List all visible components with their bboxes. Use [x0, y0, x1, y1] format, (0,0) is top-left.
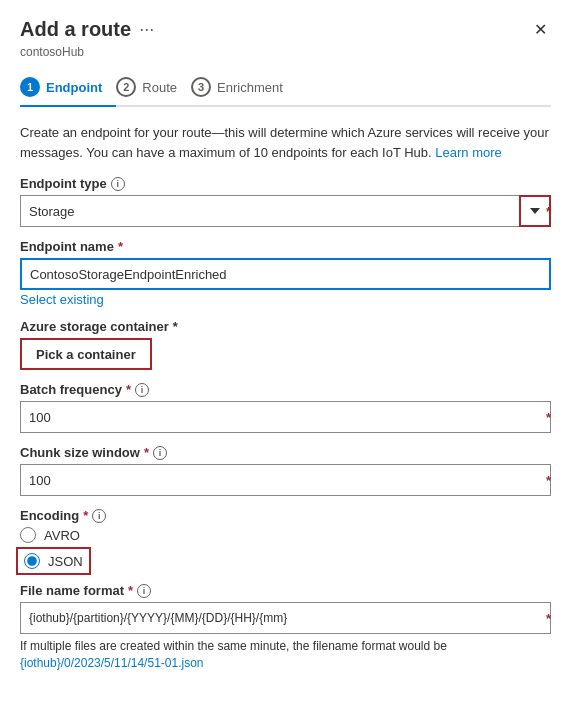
encoding-json-label: JSON [48, 554, 83, 569]
azure-storage-container-group: Azure storage container * Pick a contain… [20, 319, 551, 370]
endpoint-name-input[interactable] [20, 258, 551, 290]
more-options-icon[interactable]: ··· [139, 19, 154, 40]
encoding-label: Encoding * i [20, 508, 551, 523]
endpoint-type-select-wrapper: Storage Event Hubs Service Bus Queue Ser… [20, 195, 551, 227]
encoding-avro-label: AVRO [44, 528, 80, 543]
file-name-format-info-icon[interactable]: i [137, 584, 151, 598]
encoding-json-radio[interactable] [24, 553, 40, 569]
step-1-label: Endpoint [46, 80, 102, 95]
encoding-avro-radio[interactable] [20, 527, 36, 543]
file-name-format-group: File name format * i * If multiple files… [20, 583, 551, 672]
step-3-circle: 3 [191, 77, 211, 97]
encoding-group: Encoding * i AVRO JSON [20, 508, 551, 571]
file-name-format-input[interactable] [20, 602, 551, 634]
endpoint-name-label: Endpoint name * [20, 239, 551, 254]
endpoint-type-group: Endpoint type i Storage Event Hubs Servi… [20, 176, 551, 227]
file-name-format-input-wrapper: * [20, 602, 551, 634]
description-text: Create an endpoint for your route—this w… [20, 123, 551, 162]
hint-text: If multiple files are created within the… [20, 638, 551, 672]
endpoint-name-input-wrapper [20, 258, 551, 290]
hint-example: {iothub}/0/2023/5/11/14/51-01.json [20, 656, 204, 670]
azure-storage-container-label: Azure storage container * [20, 319, 551, 334]
panel-title: Add a route [20, 18, 131, 41]
batch-frequency-group: Batch frequency * i * [20, 382, 551, 433]
encoding-info-icon[interactable]: i [92, 509, 106, 523]
endpoint-name-group: Endpoint name * Select existing [20, 239, 551, 307]
chunk-size-window-label: Chunk size window * i [20, 445, 551, 460]
step-1-circle: 1 [20, 77, 40, 97]
step-route[interactable]: 2 Route [116, 69, 191, 105]
batch-frequency-label: Batch frequency * i [20, 382, 551, 397]
step-3-label: Enrichment [217, 80, 283, 95]
chunk-size-info-icon[interactable]: i [153, 446, 167, 460]
encoding-avro-option[interactable]: AVRO [20, 527, 551, 543]
encoding-json-option[interactable]: JSON [20, 551, 87, 571]
add-route-panel: Add a route ··· ✕ contosoHub 1 Endpoint … [0, 0, 571, 704]
step-enrichment[interactable]: 3 Enrichment [191, 69, 297, 105]
chunk-size-window-group: Chunk size window * i * [20, 445, 551, 496]
select-existing-link[interactable]: Select existing [20, 292, 104, 307]
pick-container-button[interactable]: Pick a container [20, 338, 152, 370]
panel-header: Add a route ··· ✕ [20, 16, 551, 43]
panel-subtitle: contosoHub [20, 45, 551, 59]
batch-frequency-info-icon[interactable]: i [135, 383, 149, 397]
step-endpoint[interactable]: 1 Endpoint [20, 69, 116, 105]
title-row: Add a route ··· [20, 18, 154, 41]
batch-frequency-input[interactable] [20, 401, 551, 433]
close-icon[interactable]: ✕ [530, 16, 551, 43]
chunk-size-input[interactable] [20, 464, 551, 496]
encoding-radio-group: AVRO JSON [20, 527, 551, 571]
learn-more-link[interactable]: Learn more [435, 145, 501, 160]
chunk-size-input-wrapper: * [20, 464, 551, 496]
endpoint-type-select[interactable]: Storage Event Hubs Service Bus Queue Ser… [20, 195, 551, 227]
endpoint-type-label: Endpoint type i [20, 176, 551, 191]
batch-frequency-input-wrapper: * [20, 401, 551, 433]
step-2-label: Route [142, 80, 177, 95]
step-2-circle: 2 [116, 77, 136, 97]
endpoint-type-info-icon[interactable]: i [111, 177, 125, 191]
file-name-format-label: File name format * i [20, 583, 551, 598]
steps-navigation: 1 Endpoint 2 Route 3 Enrichment [20, 69, 551, 107]
